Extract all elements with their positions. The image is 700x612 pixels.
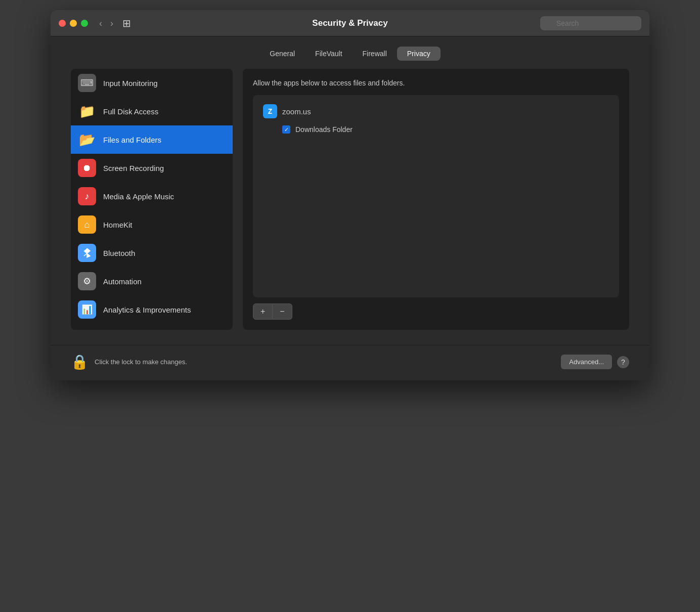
help-button[interactable]: ? (617, 356, 629, 368)
apps-list: Z zoom.us ✓ Downloads Folder (253, 95, 619, 297)
sidebar-item-files-and-folders[interactable]: 📂 Files and Folders (71, 125, 233, 154)
files-folder-icon: 📂 (78, 130, 96, 149)
sidebar-label-analytics: Analytics & Improvements (103, 305, 191, 314)
right-panel: Allow the apps below to access files and… (243, 69, 629, 330)
footer: 🔒 Click the lock to make changes. Advanc… (51, 345, 649, 380)
advanced-button[interactable]: Advanced... (561, 355, 612, 369)
nav-buttons: ‹ › (96, 17, 116, 30)
search-container: 🔍 (540, 16, 641, 30)
sidebar-label-screen-recording: Screen Recording (103, 164, 164, 172)
keyboard-icon: ⌨ (78, 74, 96, 92)
sidebar-label-automation: Automation (103, 277, 142, 286)
sidebar-item-input-monitoring[interactable]: ⌨ Input Monitoring (71, 69, 233, 97)
tab-general[interactable]: General (259, 47, 305, 61)
app-zoom[interactable]: Z zoom.us (258, 100, 614, 122)
sidebar-label-homekit: HomeKit (103, 221, 133, 229)
minimize-button[interactable] (70, 20, 77, 27)
app-grid-icon[interactable]: ⊞ (122, 17, 131, 29)
sidebar-label-media-apple-music: Media & Apple Music (103, 192, 174, 201)
svg-line-1 (84, 253, 87, 256)
tab-firewall[interactable]: Firewall (353, 47, 397, 61)
sidebar-label-bluetooth: Bluetooth (103, 249, 135, 257)
lock-area[interactable]: 🔒 Click the lock to make changes. (71, 354, 187, 370)
tab-filevault[interactable]: FileVault (305, 47, 352, 61)
list-buttons: + − (253, 303, 619, 320)
sidebar-item-analytics[interactable]: 📊 Analytics & Improvements (71, 295, 233, 324)
downloads-label: Downloads Folder (295, 125, 353, 134)
sidebar: ⌨ Input Monitoring 📁 Full Disk Access 📂 … (71, 69, 233, 330)
screen-recording-icon: ⏺ (78, 159, 96, 177)
lock-icon: 🔒 (71, 354, 89, 370)
automation-icon: ⚙ (78, 272, 96, 290)
zoom-icon: Z (263, 104, 277, 118)
folder-icon: 📁 (78, 102, 96, 120)
sidebar-label-input-monitoring: Input Monitoring (103, 79, 158, 88)
bluetooth-icon (78, 244, 96, 262)
sub-item-downloads[interactable]: ✓ Downloads Folder (258, 122, 614, 137)
sidebar-item-homekit[interactable]: ⌂ HomeKit (71, 210, 233, 239)
fullscreen-button[interactable] (81, 20, 88, 27)
tabs-area: General FileVault Firewall Privacy (51, 36, 649, 69)
forward-button[interactable]: › (107, 17, 116, 30)
sidebar-item-screen-recording[interactable]: ⏺ Screen Recording (71, 154, 233, 182)
tab-privacy[interactable]: Privacy (397, 47, 441, 61)
add-button[interactable]: + (253, 303, 273, 320)
homekit-icon: ⌂ (78, 215, 96, 234)
music-icon: ♪ (78, 187, 96, 205)
window-title: Security & Privacy (312, 18, 387, 28)
analytics-icon: 📊 (78, 300, 96, 319)
remove-button[interactable]: − (273, 303, 292, 320)
sidebar-item-media-apple-music[interactable]: ♪ Media & Apple Music (71, 182, 233, 210)
search-input[interactable] (540, 16, 641, 30)
title-bar: ‹ › ⊞ Security & Privacy 🔍 (51, 10, 649, 36)
panel-description: Allow the apps below to access files and… (253, 79, 619, 87)
sidebar-label-full-disk-access: Full Disk Access (103, 107, 158, 116)
lock-text: Click the lock to make changes. (95, 358, 187, 366)
sidebar-item-automation[interactable]: ⚙ Automation (71, 267, 233, 295)
footer-right: Advanced... ? (561, 355, 629, 369)
sidebar-item-bluetooth[interactable]: Bluetooth (71, 239, 233, 267)
sidebar-item-full-disk-access[interactable]: 📁 Full Disk Access (71, 97, 233, 125)
traffic-lights (59, 20, 88, 27)
main-content: ⌨ Input Monitoring 📁 Full Disk Access 📂 … (51, 69, 649, 340)
app-zoom-label: zoom.us (282, 107, 311, 116)
downloads-checkbox[interactable]: ✓ (282, 125, 290, 134)
main-window: ‹ › ⊞ Security & Privacy 🔍 General FileV… (51, 10, 649, 380)
back-button[interactable]: ‹ (96, 17, 105, 30)
close-button[interactable] (59, 20, 66, 27)
sidebar-label-files-and-folders: Files and Folders (103, 136, 161, 144)
